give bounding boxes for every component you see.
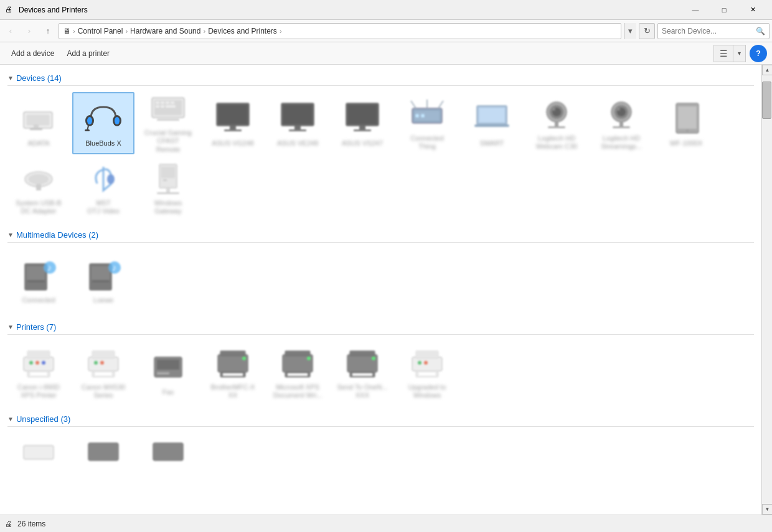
svg-rect-26 [294, 126, 301, 130]
device-item[interactable]: WF-1000X [655, 92, 717, 154]
unspecified-item[interactable] [7, 433, 70, 470]
svg-rect-91 [157, 372, 169, 375]
multimedia-item[interactable]: ♪ Loewe [72, 249, 134, 311]
multimedia-label: Connected [22, 296, 55, 304]
window-title: Devices and Printers [19, 6, 681, 14]
search-icon[interactable]: 🔍 [756, 27, 765, 35]
add-device-button[interactable]: Add a device [5, 45, 60, 62]
back-button[interactable]: ‹ [2, 23, 19, 39]
main-content: ▼ Devices (14) ADATA [0, 65, 772, 515]
unspecified-item[interactable] [72, 433, 134, 470]
svg-rect-52 [619, 122, 623, 127]
device-item[interactable]: Logitech HDWebcam C30 [525, 92, 588, 154]
svg-rect-40 [479, 108, 505, 123]
breadcrumb-devices-printers[interactable]: Devices and Printers [208, 27, 277, 35]
svg-rect-59 [36, 184, 41, 190]
devices-section-header[interactable]: ▼ Devices (14) [7, 70, 754, 86]
device-label: System USB-BDC Adapter [16, 199, 61, 215]
search-input[interactable] [662, 27, 756, 35]
svg-rect-73 [92, 280, 110, 282]
device-label: ASUS VE248 [277, 139, 318, 147]
svg-point-45 [553, 108, 555, 111]
close-button[interactable]: ✕ [738, 0, 767, 20]
scroll-down-button[interactable]: ▼ [762, 504, 772, 515]
device-item[interactable]: ASUS VG248 [202, 92, 264, 154]
printer-item[interactable]: BrotherMFC-XXX [202, 341, 264, 403]
device-item[interactable]: ADATA [7, 92, 70, 154]
svg-rect-64 [166, 189, 170, 193]
svg-rect-41 [474, 124, 509, 127]
printer-item[interactable]: Upgraded toWindows [396, 341, 458, 403]
view-dropdown-button[interactable]: ▾ [733, 45, 746, 62]
unspecified-chevron-icon: ▼ [7, 416, 14, 422]
minimize-button[interactable]: — [681, 0, 710, 20]
forward-button[interactable]: › [21, 23, 37, 39]
device-item[interactable]: Logitech HDStreamingp... [590, 92, 652, 154]
unspecified-item[interactable] [137, 433, 199, 470]
svg-rect-3 [30, 128, 42, 130]
search-box: 🔍 [657, 23, 770, 39]
address-dropdown-button[interactable]: ▾ [624, 23, 636, 39]
printer-item[interactable]: Microsoft XPSDocument Wri... [266, 341, 329, 403]
svg-rect-65 [157, 192, 179, 194]
svg-rect-17 [161, 105, 164, 108]
printer-item[interactable]: Canon i-990DXPS Printer [7, 341, 70, 403]
breadcrumb-control-panel[interactable]: Control Panel [78, 27, 123, 35]
device-item[interactable]: Crucial GamingCFASTRemote [137, 92, 199, 154]
device-label: Logitech HDStreamingp... [601, 134, 641, 151]
printer-icon [405, 345, 450, 382]
svg-rect-105 [352, 373, 372, 376]
svg-rect-18 [166, 105, 176, 108]
svg-rect-15 [171, 101, 174, 104]
refresh-button[interactable]: ↻ [639, 23, 655, 39]
multimedia-section-header[interactable]: ▼ Multimedia Devices (2) [7, 226, 754, 243]
svg-rect-47 [548, 126, 565, 128]
svg-rect-25 [283, 105, 312, 124]
svg-rect-98 [285, 351, 310, 356]
svg-point-87 [94, 361, 98, 365]
scroll-up-button[interactable]: ▲ [762, 65, 772, 75]
device-item[interactable]: System USB-BDC Adapter [7, 157, 70, 219]
printer-item[interactable]: Fax [137, 341, 199, 403]
unspecified-section-header[interactable]: ▼ Unspecified (3) [7, 411, 754, 427]
svg-rect-90 [157, 360, 179, 370]
scrollbar[interactable]: ▲ ▼ [761, 65, 772, 515]
svg-rect-108 [416, 351, 438, 358]
up-button[interactable]: ↑ [40, 23, 56, 39]
scroll-thumb[interactable] [762, 82, 771, 119]
device-item[interactable]: MSTOTJ Video [72, 157, 134, 219]
help-button[interactable]: ? [750, 45, 767, 62]
add-printer-button[interactable]: Add a printer [60, 45, 116, 62]
scroll-track[interactable] [762, 75, 772, 504]
device-item[interactable]: ConnectedThing [396, 92, 458, 154]
printers-section-title: Printers (7) [16, 322, 56, 332]
device-item[interactable]: WindowsGateway [137, 157, 199, 219]
printers-section-header[interactable]: ▼ Printers (7) [7, 319, 754, 335]
multimedia-item[interactable]: ♪ Connected [7, 249, 70, 311]
device-icon [469, 98, 514, 138]
device-icon: ♪ [16, 255, 61, 295]
svg-point-56 [686, 129, 689, 132]
device-item[interactable]: ASUS VE248 [266, 92, 329, 154]
status-count: 26 items [17, 520, 45, 528]
svg-rect-19 [157, 119, 179, 121]
svg-point-112 [424, 361, 428, 365]
view-button[interactable]: ☰ [713, 45, 733, 62]
devices-section-title: Devices (14) [16, 73, 62, 83]
printers-grid: Canon i-990DXPS Printer Canon MX530Serie… [7, 338, 754, 411]
multimedia-chevron-icon: ▼ [7, 231, 14, 238]
device-icon [405, 96, 450, 133]
svg-rect-86 [95, 372, 112, 376]
address-path: 🖥 › Control Panel › Hardware and Sound ›… [59, 23, 621, 39]
printer-item[interactable]: Canon MX530Series [72, 341, 134, 403]
device-item[interactable]: ASUS VS247 [331, 92, 393, 154]
bluebuds-device-item[interactable]: BlueBuds X [72, 92, 134, 154]
device-item[interactable]: SMART [461, 92, 523, 154]
maximize-button[interactable]: □ [710, 0, 738, 20]
breadcrumb-hardware-sound[interactable]: Hardware and Sound [130, 27, 200, 35]
printer-item[interactable]: Send To OneN...XXX [331, 341, 393, 403]
printers-chevron-icon: ▼ [7, 324, 14, 330]
svg-rect-63 [163, 179, 167, 181]
svg-rect-23 [224, 129, 242, 131]
svg-rect-100 [288, 373, 308, 376]
